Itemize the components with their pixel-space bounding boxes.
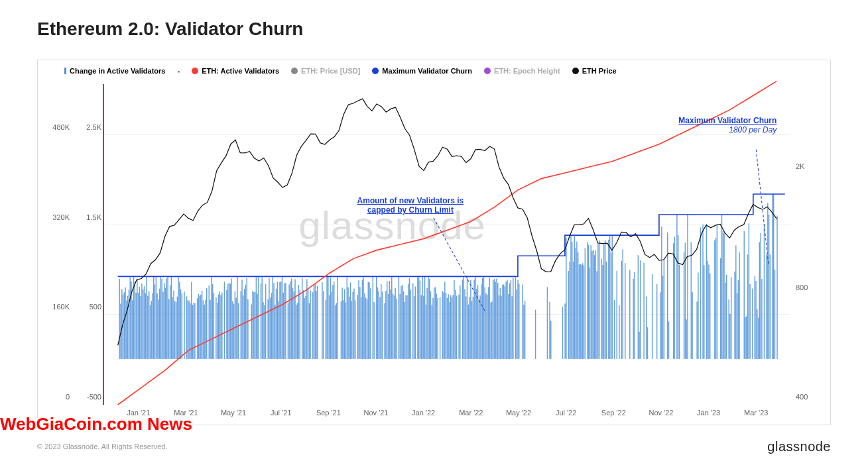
svg-rect-82	[221, 293, 222, 359]
svg-rect-324	[576, 242, 577, 359]
svg-rect-376	[674, 236, 675, 359]
svg-rect-185	[363, 278, 363, 359]
legend-epoch[interactable]: ETH: Epoch Height	[484, 67, 560, 75]
svg-rect-356	[622, 249, 623, 359]
svg-rect-36	[161, 279, 162, 359]
svg-rect-47	[174, 301, 175, 359]
svg-rect-387	[698, 272, 698, 358]
legend-eth-price[interactable]: ETH Price	[572, 67, 617, 75]
x-tick: Jan '22	[412, 409, 435, 417]
svg-rect-73	[210, 300, 210, 359]
x-tick: Sep '22	[601, 409, 626, 417]
svg-rect-49	[177, 297, 178, 359]
svg-rect-221	[410, 289, 411, 359]
svg-rect-2	[121, 289, 122, 359]
legend-change[interactable]: Change in Active Validators	[64, 67, 165, 75]
svg-rect-252	[452, 297, 452, 359]
svg-rect-45	[172, 297, 172, 359]
svg-rect-143	[304, 298, 304, 359]
legend-max-churn[interactable]: Maximum Validator Churn	[372, 67, 472, 75]
svg-rect-26	[150, 305, 151, 359]
svg-rect-326	[579, 264, 580, 359]
svg-rect-149	[312, 292, 313, 359]
svg-rect-18	[140, 296, 141, 359]
svg-rect-323	[575, 248, 576, 358]
svg-rect-268	[473, 297, 473, 359]
svg-rect-21	[144, 286, 145, 359]
svg-rect-71	[206, 288, 207, 359]
svg-rect-354	[619, 305, 619, 359]
svg-rect-192	[373, 277, 373, 359]
legend-price-usd[interactable]: ETH: Price [USD]	[291, 67, 360, 75]
svg-rect-328	[581, 265, 582, 359]
svg-rect-38	[164, 283, 164, 358]
svg-rect-128	[284, 283, 284, 359]
svg-rect-156	[326, 300, 326, 359]
annotation-cap: Amount of new Validators iscapped by Chu…	[338, 196, 483, 215]
y-axis-right: 400 800 2K	[796, 84, 825, 405]
svg-rect-46	[173, 291, 174, 359]
svg-rect-20	[143, 289, 143, 359]
svg-rect-145	[306, 279, 307, 358]
svg-rect-110	[262, 278, 263, 359]
svg-rect-164	[335, 305, 336, 359]
svg-rect-153	[317, 286, 318, 359]
svg-rect-104	[253, 292, 254, 359]
svg-rect-202	[387, 282, 387, 359]
svg-rect-267	[471, 301, 472, 359]
svg-rect-432	[773, 194, 774, 359]
svg-rect-55	[186, 296, 187, 358]
svg-rect-200	[384, 303, 385, 359]
svg-rect-352	[614, 300, 615, 359]
svg-rect-239	[434, 287, 434, 359]
svg-rect-13	[135, 282, 135, 358]
svg-rect-364	[643, 263, 644, 359]
svg-rect-118	[273, 276, 273, 358]
svg-rect-368	[656, 284, 657, 359]
svg-rect-90	[233, 304, 234, 359]
x-tick: Jul '21	[271, 409, 291, 417]
svg-rect-330	[584, 266, 584, 359]
svg-rect-63	[197, 298, 198, 358]
svg-rect-385	[692, 292, 692, 359]
svg-rect-433	[775, 270, 775, 359]
svg-rect-311	[547, 287, 548, 358]
svg-rect-0	[119, 279, 119, 359]
svg-rect-40	[166, 278, 167, 359]
svg-rect-43	[170, 285, 170, 359]
svg-rect-273	[479, 299, 479, 359]
svg-rect-186	[364, 293, 365, 359]
svg-rect-366	[647, 327, 648, 359]
svg-rect-91	[235, 291, 235, 359]
svg-rect-378	[678, 235, 678, 359]
svg-rect-150	[314, 284, 314, 359]
legend-active[interactable]: ETH: Active Validators	[192, 67, 279, 75]
svg-rect-100	[246, 278, 247, 359]
svg-rect-61	[193, 303, 194, 359]
svg-rect-62	[194, 303, 195, 359]
svg-rect-426	[764, 224, 765, 359]
svg-rect-401	[723, 233, 724, 359]
svg-rect-316	[566, 238, 566, 359]
svg-rect-114	[267, 299, 268, 359]
svg-rect-184	[362, 280, 363, 358]
svg-rect-406	[731, 277, 731, 358]
svg-rect-111	[263, 302, 263, 359]
svg-rect-175	[350, 282, 351, 358]
svg-rect-125	[280, 282, 281, 359]
svg-rect-124	[279, 282, 280, 359]
svg-rect-304	[517, 289, 517, 359]
svg-rect-42	[168, 299, 169, 359]
svg-rect-405	[729, 314, 730, 359]
svg-rect-119	[273, 283, 274, 359]
svg-rect-98	[244, 289, 245, 359]
svg-rect-209	[395, 288, 395, 359]
svg-rect-142	[303, 290, 304, 359]
svg-rect-327	[580, 264, 580, 359]
svg-rect-294	[503, 285, 504, 359]
x-tick: Sep '21	[316, 409, 341, 417]
svg-rect-384	[691, 242, 692, 359]
svg-rect-166	[337, 276, 338, 358]
svg-rect-227	[420, 280, 420, 358]
plot-area[interactable]: glassnode Amount of new Validators iscap…	[104, 84, 790, 405]
